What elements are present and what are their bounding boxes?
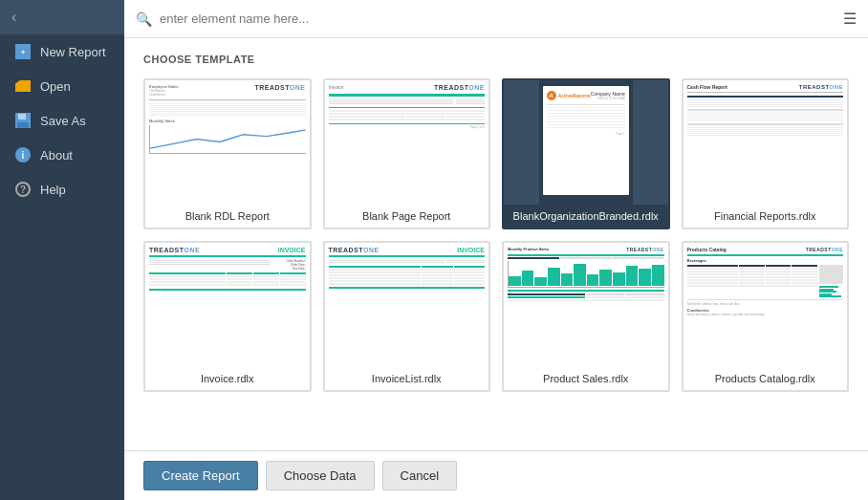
product-sales-preview: Monthly Product Sales TREADSTONE: [504, 243, 668, 367]
sidebar-label-about: About: [40, 148, 73, 163]
template-card-invoice[interactable]: TREADSTONE INVOICE Order Number:: [143, 241, 312, 392]
sidebar-item-help[interactable]: ? Help: [0, 172, 124, 207]
template-card-invoice-list[interactable]: TREADSTONE INVOICE: [323, 241, 491, 392]
main-area: 🔍 ☰ CHOOSE TEMPLATE Employee Sales +Firs…: [124, 0, 868, 500]
footer: Create Report Choose Data Cancel: [124, 450, 868, 500]
list-view-icon[interactable]: ☰: [843, 10, 857, 28]
back-button[interactable]: ‹: [0, 0, 124, 34]
about-icon: i: [13, 147, 33, 163]
new-report-icon: +: [13, 44, 33, 59]
section-title: CHOOSE TEMPLATE: [143, 54, 849, 65]
blank-rdl-preview: Employee Sales +FirstName+ +LastName+ TR…: [145, 80, 310, 205]
sidebar: ‹ + New Report Open Save As i About: [0, 0, 124, 500]
template-card-product-sales[interactable]: Monthly Product Sales TREADSTONE: [502, 241, 670, 392]
create-report-button[interactable]: Create Report: [143, 461, 258, 490]
products-catalog-label: Products Catalog.rdlx: [684, 367, 848, 390]
product-sales-label: Product Sales.rdlx: [504, 367, 668, 390]
template-card-blank-page[interactable]: Invoice TREADSTONE: [323, 78, 491, 229]
invoice-label: Invoice.rdlx: [145, 367, 310, 390]
template-card-org-branded[interactable]: A ActiveReports Company Name 1/4/2021 12…: [502, 78, 670, 229]
choose-data-button[interactable]: Choose Data: [266, 461, 375, 490]
cancel-button[interactable]: Cancel: [382, 461, 457, 490]
template-section: CHOOSE TEMPLATE Employee Sales +FirstNam…: [124, 38, 868, 450]
back-arrow-icon: ‹: [11, 9, 16, 26]
invoice-list-preview: TREADSTONE INVOICE: [325, 243, 489, 367]
help-icon: ?: [13, 182, 33, 197]
sidebar-item-open[interactable]: Open: [0, 69, 124, 103]
save-as-icon: [13, 113, 33, 128]
template-card-financial[interactable]: Cash Flow Report TREADSTONE: [682, 78, 850, 229]
template-card-blank-rdl[interactable]: Employee Sales +FirstName+ +LastName+ TR…: [143, 78, 312, 229]
blank-page-label: Blank Page Report: [325, 205, 489, 228]
invoice-preview: TREADSTONE INVOICE Order Number:: [145, 243, 310, 367]
blank-page-preview: Invoice TREADSTONE: [325, 80, 489, 205]
search-icon: 🔍: [136, 11, 152, 27]
sidebar-label-save-as: Save As: [40, 114, 86, 128]
financial-preview: Cash Flow Report TREADSTONE: [684, 80, 848, 205]
org-branded-label: BlankOrganizationBranded.rdlx: [504, 205, 668, 228]
sidebar-label-new-report: New Report: [40, 45, 106, 59]
sidebar-label-open: Open: [40, 79, 71, 94]
search-bar: 🔍 ☰: [124, 0, 868, 38]
blank-rdl-label: Blank RDL Report: [145, 205, 310, 228]
open-icon: [13, 78, 33, 94]
sidebar-item-about[interactable]: i About: [0, 138, 124, 172]
sidebar-item-save-as[interactable]: Save As: [0, 103, 124, 138]
org-branded-preview: A ActiveReports Company Name 1/4/2021 12…: [504, 80, 668, 205]
invoice-list-label: InvoiceList.rdlx: [325, 367, 489, 390]
search-input[interactable]: [160, 11, 835, 26]
products-catalog-preview: Products Catalog TREADSTONE Beverages: [684, 243, 848, 367]
financial-label: Financial Reports.rdlx: [684, 205, 848, 228]
sidebar-item-new-report[interactable]: + New Report: [0, 34, 124, 69]
template-card-products-catalog[interactable]: Products Catalog TREADSTONE Beverages: [682, 241, 850, 392]
sidebar-label-help: Help: [40, 183, 66, 197]
template-grid: Employee Sales +FirstName+ +LastName+ TR…: [143, 78, 849, 392]
